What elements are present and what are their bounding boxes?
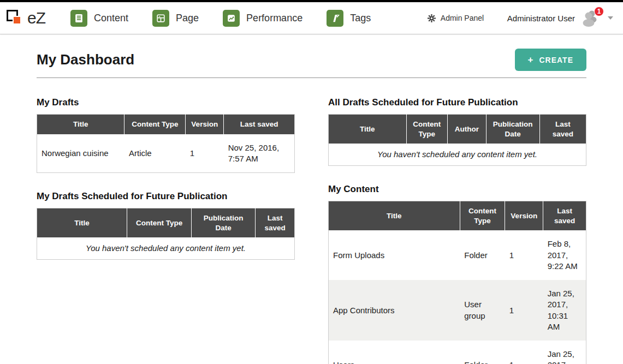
column-header: Title xyxy=(329,201,460,231)
nav-label-tags: Tags xyxy=(350,13,371,24)
nav-label-performance: Performance xyxy=(246,13,302,24)
table-cell: User group xyxy=(460,280,505,341)
table-cell: Jan 25, 2017, 7:58 AM xyxy=(543,341,586,364)
my-content-table: TitleContent TypeVersionLast savedForm U… xyxy=(328,201,586,364)
column-header: Publication Date xyxy=(486,115,539,144)
column-header: Content Type xyxy=(127,208,192,238)
my-drafts-section: My Drafts TitleContent TypeVersionLast s… xyxy=(37,97,295,173)
empty-row: You haven't scheduled any content item y… xyxy=(329,144,586,166)
column-header: Title xyxy=(37,208,127,238)
empty-message: You haven't scheduled any content item y… xyxy=(329,144,586,166)
table-cell: Folder xyxy=(460,341,505,364)
gear-icon xyxy=(427,14,436,23)
notification-badge[interactable]: 1 xyxy=(594,7,604,16)
left-column: My Drafts TitleContent TypeVersionLast s… xyxy=(37,79,295,364)
nav-item-performance[interactable]: Performance xyxy=(223,10,302,27)
column-header: Title xyxy=(329,115,407,144)
my-drafts-scheduled-section: My Drafts Scheduled for Future Publicati… xyxy=(37,191,295,260)
empty-message: You haven't scheduled any content item y… xyxy=(37,237,295,260)
table-header-row: TitleContent TypeAuthorPublication DateL… xyxy=(329,115,586,144)
column-header: Content Type xyxy=(406,115,448,144)
my-content-section: My Content TitleContent TypeVersionLast … xyxy=(328,184,586,364)
column-header: Last saved xyxy=(539,115,586,144)
table-cell: Article xyxy=(124,134,186,173)
table-cell: 1 xyxy=(505,230,543,280)
my-drafts-scheduled-title: My Drafts Scheduled for Future Publicati… xyxy=(37,191,295,202)
plus-icon: + xyxy=(528,55,534,64)
column-header: Version xyxy=(505,201,543,231)
column-header: Content Type xyxy=(124,115,186,134)
nav-label-page: Page xyxy=(176,13,199,24)
main-nav: Content Page Performance xyxy=(70,10,371,27)
all-drafts-scheduled-title: All Drafts Scheduled for Future Publicat… xyxy=(328,97,586,108)
column-header: Last saved xyxy=(543,201,586,231)
table-cell: App Contributors xyxy=(329,280,460,341)
column-header: Version xyxy=(186,115,224,134)
ez-logo-text: eZ xyxy=(27,9,45,27)
right-column: All Drafts Scheduled for Future Publicat… xyxy=(328,79,586,364)
admin-panel-label: Admin Panel xyxy=(441,14,484,22)
table-row[interactable]: App ContributorsUser group1Jan 25, 2017,… xyxy=(329,280,586,341)
table-cell: 1 xyxy=(505,280,543,341)
table-row[interactable]: Norwegian cuisineArticle1Nov 25, 2016, 7… xyxy=(37,134,295,173)
all-drafts-scheduled-table: TitleContent TypeAuthorPublication DateL… xyxy=(328,114,586,166)
table-row[interactable]: UsersFolder1Jan 25, 2017, 7:58 AM xyxy=(329,341,586,364)
page-icon xyxy=(152,10,169,27)
table-cell: 1 xyxy=(505,341,543,364)
content-icon xyxy=(70,10,87,27)
page-title: My Dashboard xyxy=(37,51,134,68)
dashboard-page: My Dashboard + CREATE My Drafts TitleCon… xyxy=(0,49,623,364)
all-drafts-scheduled-section: All Drafts Scheduled for Future Publicat… xyxy=(328,97,586,166)
nav-item-page[interactable]: Page xyxy=(152,10,199,27)
user-area: Administrator User 1 xyxy=(507,9,613,27)
table-header-row: TitleContent TypePublication DateLast sa… xyxy=(37,208,295,238)
table-header-row: TitleContent TypeVersionLast saved xyxy=(329,201,586,231)
my-drafts-scheduled-table: TitleContent TypePublication DateLast sa… xyxy=(37,208,295,260)
table-cell: Norwegian cuisine xyxy=(37,134,124,173)
column-header: Last saved xyxy=(224,115,295,134)
column-header: Author xyxy=(448,115,486,144)
table-cell: 1 xyxy=(186,134,224,173)
table-cell: Users xyxy=(329,341,460,364)
user-name: Administrator User xyxy=(507,14,575,23)
title-divider xyxy=(37,77,586,78)
user-menu[interactable]: 1 xyxy=(580,9,600,27)
tags-icon xyxy=(327,10,343,27)
ez-logo[interactable]: eZ xyxy=(7,9,45,27)
table-cell: Nov 25, 2016, 7:57 AM xyxy=(224,134,295,173)
my-content-title: My Content xyxy=(328,184,586,195)
my-drafts-title: My Drafts xyxy=(37,97,295,108)
chevron-down-icon[interactable] xyxy=(608,16,613,20)
main-header: eZ Content Pag xyxy=(0,2,623,34)
nav-item-content[interactable]: Content xyxy=(70,10,128,27)
column-header: Title xyxy=(37,115,124,134)
create-button[interactable]: + CREATE xyxy=(515,49,586,71)
performance-icon xyxy=(223,10,240,27)
table-cell: Feb 8, 2017, 9:22 AM xyxy=(543,230,586,280)
table-cell: Jan 25, 2017, 10:31 AM xyxy=(543,280,586,341)
table-cell: Folder xyxy=(460,230,505,280)
nav-item-tags[interactable]: Tags xyxy=(327,10,371,27)
empty-row: You haven't scheduled any content item y… xyxy=(37,237,295,260)
table-header-row: TitleContent TypeVersionLast saved xyxy=(37,115,295,134)
column-header: Publication Date xyxy=(192,208,256,238)
nav-label-content: Content xyxy=(94,13,128,24)
my-drafts-table: TitleContent TypeVersionLast savedNorweg… xyxy=(37,114,295,173)
column-header: Last saved xyxy=(256,208,295,238)
column-header: Content Type xyxy=(460,201,505,231)
table-cell: Form Uploads xyxy=(329,230,460,280)
ez-logo-mark xyxy=(7,9,24,27)
table-row[interactable]: Form UploadsFolder1Feb 8, 2017, 9:22 AM xyxy=(329,230,586,280)
admin-panel-button[interactable]: Admin Panel xyxy=(394,14,484,23)
